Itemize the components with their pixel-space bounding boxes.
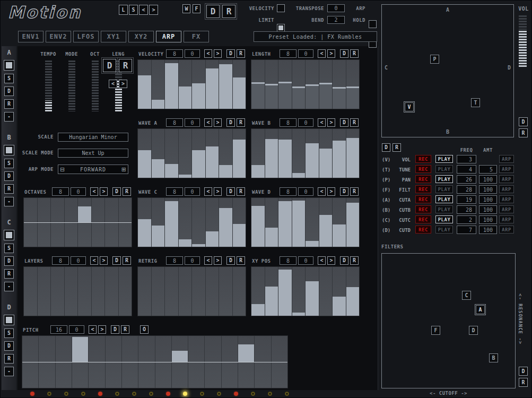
wave_b-offset-field[interactable]: 0 <box>298 118 313 127</box>
retrig-step-8[interactable] <box>233 267 246 316</box>
transpose-field[interactable]: 0 <box>327 4 345 12</box>
modrow-cutd-play-button[interactable]: PLAY <box>435 226 453 233</box>
layers-random-button[interactable]: R <box>123 256 131 265</box>
pitch-steps-field[interactable]: 16 <box>50 325 67 334</box>
modrow-filt-play-button[interactable]: PLAY <box>435 185 453 193</box>
length-step-2[interactable] <box>265 60 278 109</box>
xy1-marker-t[interactable]: T <box>471 98 480 107</box>
filters-default-button[interactable]: D <box>519 367 528 376</box>
wave_b-steps-field[interactable]: 8 <box>280 118 296 127</box>
wave_a-steps-field[interactable]: 8 <box>166 118 183 127</box>
modrow-cuta-amt-field[interactable]: 100 <box>479 195 497 204</box>
retrig-random-button[interactable]: R <box>237 256 245 265</box>
titlebar-next-button[interactable]: > <box>149 5 158 15</box>
wave_c-step-7[interactable] <box>219 198 232 247</box>
retrig-steps-field[interactable]: 8 <box>166 256 183 265</box>
wave_c-random-button[interactable]: R <box>237 187 245 196</box>
modrow-vol-play-button[interactable]: PLAY <box>435 155 453 163</box>
velocity-step-5[interactable] <box>192 60 205 109</box>
modrow-filt-amt-field[interactable]: 100 <box>479 185 497 194</box>
modrow-cuta-arp-button[interactable]: ARP <box>499 195 514 203</box>
tempo-random-button[interactable]: R <box>119 59 132 72</box>
layer-c-solo-button[interactable]: S <box>4 244 14 253</box>
modrow-cutc-play-button[interactable]: PLAY <box>435 215 453 223</box>
length-step-6[interactable] <box>319 60 333 109</box>
wave_d-step-6[interactable] <box>319 198 333 247</box>
filters-marker-a[interactable]: A <box>476 305 485 314</box>
length-prev-button[interactable]: < <box>318 49 326 58</box>
scale-mode-select[interactable]: Next Up <box>58 149 128 158</box>
xy_pos-step-3[interactable] <box>278 267 292 316</box>
modrow-tune-arp-button[interactable]: ARP <box>499 165 514 173</box>
layers-offset-field[interactable]: 0 <box>71 256 86 265</box>
wave_c-offset-field[interactable]: 0 <box>185 187 200 196</box>
velocity-step-2[interactable] <box>152 60 165 109</box>
layer-d-default-button[interactable]: D <box>4 341 14 351</box>
layers-step-1[interactable] <box>24 267 37 316</box>
bend-field[interactable]: 2 <box>327 16 345 24</box>
layer-d-random-button[interactable]: R <box>4 354 14 364</box>
modrow-cuta-play-button[interactable]: PLAY <box>435 195 453 203</box>
layer-b-enable-toggle[interactable] <box>4 145 14 155</box>
modrow-cutc-arp-button[interactable]: ARP <box>499 215 514 223</box>
wave_a-step-1[interactable] <box>138 129 151 178</box>
wave_c-step-5[interactable] <box>192 198 205 247</box>
titlebar-sync-button[interactable]: S <box>129 5 138 15</box>
wave_d-offset-field[interactable]: 0 <box>298 187 313 196</box>
modrow-cutb-freq-field[interactable]: 28 <box>457 205 476 214</box>
xy_pos-steps-field[interactable]: 8 <box>280 256 296 265</box>
velocity-step-3[interactable] <box>165 60 178 109</box>
pitch-origin-button[interactable]: O <box>140 325 149 334</box>
xy_pos-random-button[interactable]: R <box>350 256 359 265</box>
modrow-cuta-freq-field[interactable]: 19 <box>457 195 476 204</box>
arp-checkbox[interactable] <box>369 20 377 28</box>
tempo-slider[interactable] <box>45 60 52 111</box>
xy_pos-step-4[interactable] <box>292 267 306 316</box>
wave_d-step-3[interactable] <box>278 198 292 247</box>
layers-step-4[interactable] <box>65 267 78 316</box>
wave_c-prev-button[interactable]: < <box>204 187 212 196</box>
length-offset-field[interactable]: 0 <box>298 49 313 58</box>
modtable-random-button[interactable]: R <box>393 143 401 152</box>
wave_a-next-button[interactable]: > <box>214 118 222 127</box>
retrig-offset-field[interactable]: 0 <box>185 256 200 265</box>
length-step-1[interactable] <box>251 60 265 109</box>
layers-step-3[interactable] <box>51 267 64 316</box>
wave_c-step-8[interactable] <box>233 198 246 247</box>
xy1-default-button[interactable]: D <box>519 117 528 126</box>
wave_b-step-1[interactable] <box>251 129 265 178</box>
wave_a-step-7[interactable] <box>219 129 232 178</box>
wave_d-random-button[interactable]: R <box>350 187 359 196</box>
wave_b-step-5[interactable] <box>306 129 319 178</box>
wave_a-offset-field[interactable]: 0 <box>185 118 200 127</box>
modrow-cutb-play-button[interactable]: PLAY <box>435 205 453 213</box>
vol-slider[interactable] <box>519 15 527 67</box>
modrow-cutc-freq-field[interactable]: 2 <box>457 215 476 224</box>
layer-a-default-button[interactable]: D <box>4 86 14 96</box>
tab-env2[interactable]: ENV2 <box>46 31 71 42</box>
octaves-steps-field[interactable]: 8 <box>52 187 69 196</box>
wave_b-next-button[interactable]: > <box>327 118 335 127</box>
retrig-next-button[interactable]: > <box>214 256 222 265</box>
octaves-default-button[interactable]: D <box>112 187 121 196</box>
modrow-cutb-arp-button[interactable]: ARP <box>499 205 514 213</box>
length-step-7[interactable] <box>333 60 346 109</box>
retrig-step-6[interactable] <box>206 267 219 316</box>
velocity-step-7[interactable] <box>219 60 232 109</box>
modrow-vol-arp-button[interactable]: ARP <box>499 155 514 163</box>
modrow-cutb-amt-field[interactable]: 100 <box>479 205 497 214</box>
wave_b-default-button[interactable]: D <box>340 118 348 127</box>
wave_a-step-2[interactable] <box>152 129 165 178</box>
xy_pos-prev-button[interactable]: < <box>318 256 326 265</box>
filters-marker-b[interactable]: B <box>489 353 498 362</box>
length-step-8[interactable] <box>346 60 360 109</box>
modrow-pan-play-button[interactable]: PLAY <box>435 175 453 183</box>
xy_pos-step-8[interactable] <box>346 267 360 316</box>
octaves-next-button[interactable]: > <box>100 187 108 196</box>
wave_d-steps-field[interactable]: 8 <box>280 187 296 196</box>
octaves-offset-field[interactable]: 0 <box>71 187 86 196</box>
modrow-filt-arp-button[interactable]: ARP <box>499 185 514 193</box>
layers-steps-field[interactable]: 8 <box>52 256 69 265</box>
modrow-vol-freq-field[interactable]: 3 <box>457 155 476 163</box>
octaves-prev-button[interactable]: < <box>90 187 98 196</box>
